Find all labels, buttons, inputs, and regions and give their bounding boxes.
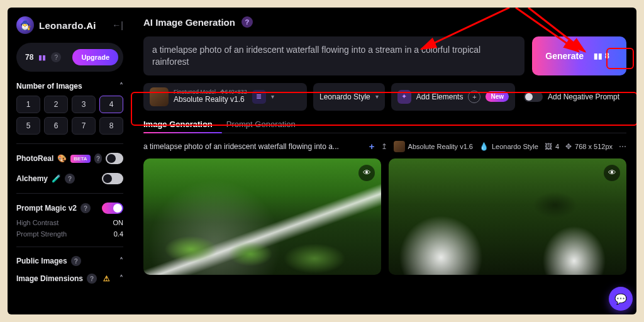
page-title: AI Image Generation <box>143 17 235 28</box>
negative-prompt-toggle[interactable]: Add Negative Prompt <box>524 92 619 102</box>
model-tag-text: Finetuned Model <box>174 89 216 95</box>
high-contrast-row: High Contrast ON <box>16 219 123 226</box>
upgrade-button[interactable]: Upgrade <box>72 49 118 65</box>
high-contrast-value: ON <box>113 219 124 226</box>
model-dims-value: 640×832 <box>225 89 247 95</box>
num-images-option[interactable]: 3 <box>72 96 96 113</box>
more-icon[interactable]: ⋯ <box>619 142 626 151</box>
num-images-option[interactable]: 7 <box>72 117 96 135</box>
photoreal-help-icon[interactable]: ? <box>94 153 103 164</box>
upload-icon[interactable]: ↥ <box>381 142 387 151</box>
prompt-magic-toggle[interactable] <box>102 203 123 214</box>
add-elements-button[interactable]: ✦ Add Elements + New <box>391 83 515 111</box>
sparkle-icon: ✦ <box>397 90 411 104</box>
page-title-row: AI Image Generation ? <box>143 16 626 28</box>
alchemy-icon: 🧪 <box>52 174 61 183</box>
alchemy-row: Alchemy 🧪 ? <box>16 173 123 184</box>
credits-count: 78 <box>25 53 33 62</box>
photoreal-toggle[interactable] <box>106 153 123 164</box>
prompt-list-icon[interactable]: ≣ <box>252 90 266 104</box>
prompt-strength-value: 0.4 <box>114 230 123 238</box>
result-style-chip[interactable]: 💧 Leonardo Style <box>479 142 538 151</box>
result-image[interactable]: 👁 <box>143 158 381 275</box>
model-dims: ✥640×832 <box>220 89 247 95</box>
result-header: a timelapse photo of an iridescent water… <box>143 141 626 152</box>
public-images-label: Public Images <box>16 257 67 265</box>
photoreal-label: PhotoReal <box>16 154 53 163</box>
chevron-down-icon: ▾ <box>375 93 379 100</box>
prompt-row: a timelapse photo of an iridescent water… <box>143 36 626 75</box>
credits-card: 78 ▮▮ ? Upgrade <box>16 43 123 72</box>
tab-prompt-generation[interactable]: Prompt Generation <box>226 119 296 133</box>
beta-badge: BETA <box>70 155 90 163</box>
plus-icon: + <box>468 91 480 103</box>
credits-help-icon[interactable]: ? <box>51 52 61 62</box>
prompt-strength-row: Prompt Strength 0.4 <box>16 230 123 238</box>
public-images-help-icon[interactable]: ? <box>71 256 81 266</box>
result-style-name: Leonardo Style <box>492 143 538 150</box>
results-gallery: 👁 👁 <box>143 158 626 275</box>
chevron-up-icon: ˄ <box>119 257 123 265</box>
image-dimensions-help-icon[interactable]: ? <box>87 274 97 284</box>
num-images-option[interactable]: 1 <box>16 96 40 113</box>
result-dims-chip: ✥ 768 x 512px <box>565 142 613 151</box>
brand-suffix: Ai <box>86 20 96 31</box>
logo-text: Leonardo.Ai <box>39 20 96 31</box>
preview-eye-icon[interactable]: 👁 <box>604 165 620 181</box>
model-thumb <box>150 87 169 106</box>
num-images-option[interactable]: 5 <box>16 117 40 135</box>
generate-cost: ▮▮ 8 <box>590 50 613 62</box>
generate-label: Generate <box>545 51 584 61</box>
number-of-images-grid: 1 2 3 4 5 6 7 8 <box>16 96 123 135</box>
result-image[interactable]: 👁 <box>389 158 626 275</box>
add-result-icon[interactable]: + <box>369 141 375 152</box>
high-contrast-label: High Contrast <box>16 219 58 226</box>
generate-cost-value: 8 <box>605 52 609 60</box>
prompt-input[interactable]: a timelapse photo of an iridescent water… <box>143 36 525 75</box>
alchemy-toggle[interactable] <box>102 173 123 184</box>
tab-image-generation[interactable]: Image Generation <box>143 119 213 133</box>
result-model-chip[interactable]: Absolute Reality v1.6 <box>394 141 473 152</box>
alchemy-label: Alchemy <box>16 174 48 183</box>
result-prompt-text: a timelapse photo of an iridescent water… <box>143 142 363 151</box>
page-title-help-icon[interactable]: ? <box>242 16 253 28</box>
chevron-down-icon: ▾ <box>271 93 274 100</box>
prompt-magic-sublist: High Contrast ON Prompt Strength 0.4 <box>16 219 123 238</box>
options-bar: Finetuned Model ✥640×832 Absolute Realit… <box>143 83 626 111</box>
prompt-strength-label: Prompt Strength <box>16 230 67 238</box>
sidebar: 🧙‍♂️ Leonardo.Ai ←| 78 ▮▮ ? Upgrade Numb… <box>8 8 132 314</box>
model-thumb <box>394 141 405 152</box>
new-badge: New <box>486 91 509 102</box>
logo-avatar: 🧙‍♂️ <box>16 16 34 34</box>
brand-name: Leonardo. <box>39 20 86 31</box>
num-images-option[interactable]: 6 <box>44 117 68 135</box>
num-images-option[interactable]: 8 <box>99 117 123 135</box>
prompt-magic-row: Prompt Magic v2 ? <box>16 203 123 214</box>
chat-fab[interactable]: 💬 <box>609 287 633 311</box>
preview-eye-icon[interactable]: 👁 <box>358 165 375 181</box>
prompt-magic-label: Prompt Magic v2 <box>16 204 77 213</box>
dimensions-icon: ✥ <box>565 142 572 151</box>
model-name: Absolute Reality v1.6 <box>174 96 247 104</box>
negative-prompt-label: Add Negative Prompt <box>548 92 619 101</box>
image-icon: 🖼 <box>545 142 552 151</box>
model-selector[interactable]: Finetuned Model ✥640×832 Absolute Realit… <box>143 83 307 111</box>
result-dims: 768 x 512px <box>575 143 613 150</box>
toggle-track <box>524 92 543 102</box>
token-icon: ▮▮ <box>38 53 46 62</box>
generate-button[interactable]: Generate ▮▮ 8 <box>532 36 626 75</box>
add-elements-label: Add Elements <box>416 92 464 101</box>
chevron-up-icon: ˄ <box>119 82 123 91</box>
num-images-option[interactable]: 2 <box>44 96 68 113</box>
collapse-sidebar-icon[interactable]: ←| <box>112 20 123 30</box>
result-count: 4 <box>555 143 559 150</box>
num-images-option[interactable]: 4 <box>99 96 123 113</box>
chevron-up-icon: ˄ <box>119 274 123 283</box>
image-dimensions-label: Image Dimensions <box>16 274 83 283</box>
number-of-images-header[interactable]: Number of Images ˄ <box>16 82 123 91</box>
style-selector[interactable]: Leonardo Style ▾ <box>313 83 385 111</box>
alchemy-help-icon[interactable]: ? <box>65 174 75 184</box>
prompt-magic-help-icon[interactable]: ? <box>80 203 91 213</box>
photoreal-art-icon: 🎨 <box>57 154 67 163</box>
tabs: Image Generation Prompt Generation <box>143 119 626 133</box>
